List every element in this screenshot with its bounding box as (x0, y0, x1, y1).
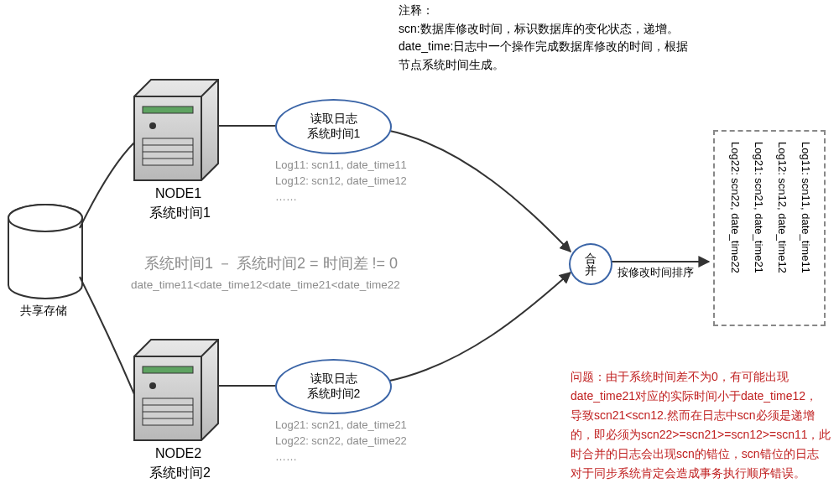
annotation-block: 注释： scn:数据库修改时间，标识数据库的变化状态，递增。 date_time… (399, 2, 835, 75)
annotation-scn: scn:数据库修改时间，标识数据库的变化状态，递增。 (399, 20, 835, 39)
reader1-line1: 读取日志 (310, 112, 357, 127)
shared-storage-icon (8, 205, 82, 299)
server-node2-icon (134, 340, 218, 440)
annotation-dt1: date_time:日志中一个操作完成数据库修改的时间，根据 (399, 38, 835, 56)
svg-point-9 (149, 382, 156, 389)
reader1-line2: 系统时间1 (307, 127, 361, 142)
datetime-order: date_time11<date_time12<date_time21<date… (131, 278, 400, 291)
reader2-line2: 系统时间2 (307, 387, 361, 402)
problem-l6: 对于同步系统肯定会造成事务执行顺序错误。 (571, 464, 835, 483)
problem-l4: 的，即必须为scn22>=scn21>=scn12>=scn11，此 (571, 425, 835, 444)
svg-point-3 (149, 122, 156, 129)
problem-l1: 问题：由于系统时间差不为0，有可能出现 (571, 367, 835, 387)
result-box: Log11: scn11, date_time11 Log12: scn12, … (713, 130, 826, 326)
annotation-heading: 注释： (399, 2, 835, 20)
result-row-0: Log11: scn11, date_time11 (800, 142, 812, 314)
node1-name: NODE1 (155, 186, 201, 201)
annotation-dt2: 节点系统时间生成。 (399, 56, 835, 75)
result-row-2: Log21: scn21, date_time21 (753, 142, 765, 314)
result-row-3: Log22: scn22, date_time22 (729, 142, 742, 314)
reader-ellipse-2: 读取日志 系统时间2 (275, 359, 392, 414)
result-row-1: Log12: scn12, date_time12 (776, 142, 789, 314)
shared-storage-label: 共享存储 (20, 304, 67, 319)
server-node1-icon (134, 80, 218, 180)
node1-log-lines: Log11: scn11, date_time11 Log12: scn12, … (275, 158, 407, 205)
reader2-line1: 读取日志 (310, 372, 357, 387)
problem-l2: date_time21对应的实际时间小于date_time12， (571, 387, 835, 406)
svg-rect-8 (143, 366, 193, 373)
node2-name: NODE2 (155, 446, 201, 461)
svg-point-1 (8, 205, 82, 231)
problem-l3: 导致scn21<scn12.然而在日志中scn必须是递增 (571, 406, 835, 425)
svg-rect-2 (143, 107, 193, 113)
node1-subtitle: 系统时间1 (149, 205, 211, 222)
problem-l5: 时合并的日志会出现scn的错位，scn错位的日志 (571, 444, 835, 464)
diagram-canvas: { "annotation": { "heading": "注释：", "lin… (0, 0, 839, 504)
reader-ellipse-1: 读取日志 系统时间1 (275, 99, 392, 154)
node2-log-lines: Log21: scn21, date_time21 Log22: scn22, … (275, 418, 407, 465)
problem-block: 问题：由于系统时间差不为0，有可能出现 date_time21对应的实际时间小于… (571, 367, 835, 484)
time-diff-equation: 系统时间1 － 系统时间2 = 时间差 != 0 (144, 253, 398, 273)
merge-line1: 合 (585, 252, 597, 264)
merge-ellipse: 合 并 (569, 243, 612, 285)
merge-arrow-label: 按修改时间排序 (618, 265, 694, 280)
node2-subtitle: 系统时间2 (149, 465, 211, 482)
merge-line2: 并 (585, 264, 597, 276)
